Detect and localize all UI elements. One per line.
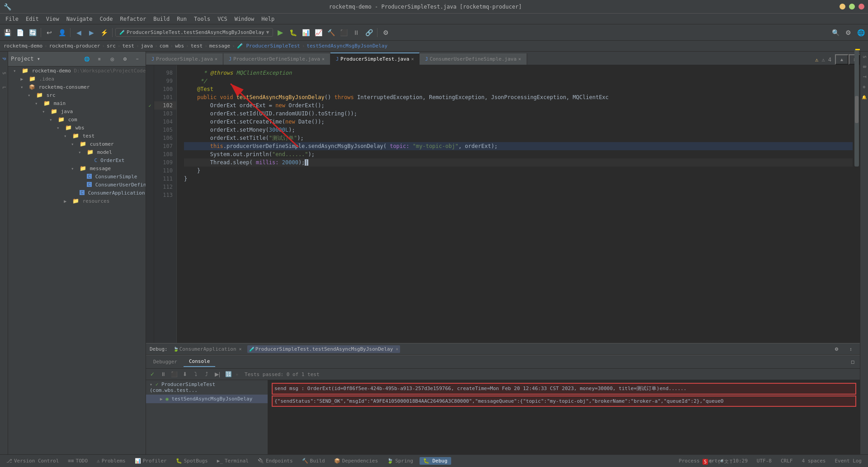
scrollbar-thumb[interactable] xyxy=(855,96,859,123)
menu-file[interactable]: File xyxy=(2,15,22,23)
stop-button[interactable]: ⬛ xyxy=(338,27,349,38)
debug-button[interactable]: 🐛 xyxy=(288,27,298,38)
status-todo[interactable]: ≡≡ TODO xyxy=(65,457,90,465)
tab-close-btn[interactable]: × xyxy=(411,57,414,62)
toggle-power-button[interactable]: ⚡ xyxy=(99,27,109,38)
dbg-stop-btn[interactable]: ⬛ xyxy=(170,370,179,379)
structure-icon[interactable]: S xyxy=(0,70,8,77)
bc-src[interactable]: src xyxy=(107,43,116,49)
console-tab[interactable]: Console xyxy=(184,357,215,367)
bc-wbs[interactable]: wbs xyxy=(175,43,184,49)
close-button[interactable]: × xyxy=(859,4,864,10)
minimize-button[interactable]: − xyxy=(840,4,845,10)
right-todo-icon[interactable]: T xyxy=(861,73,868,81)
tree-item-resources[interactable]: ▶ 📁 resources xyxy=(8,197,146,205)
debug-tree-producersimpletest[interactable]: ▾ ✓ ProducerSimpleTest (com.wbs.test... xyxy=(146,380,268,395)
tree-item-consumerapplication[interactable]: ▶ 🅲 ConsumerApplication xyxy=(8,189,146,197)
tree-item-consumersimple[interactable]: ▶ 🅲 ConsumerSimple xyxy=(8,172,146,181)
debug-tab-consumerapplication[interactable]: 🍃 ConsumerApplication × xyxy=(171,345,244,353)
translate-button[interactable]: 🌐 xyxy=(855,27,866,38)
learn-icon[interactable]: L xyxy=(0,84,8,91)
dbg-step-into-btn[interactable]: ⤵ xyxy=(191,370,200,379)
tree-item-customer[interactable]: ▾ 📁 customer xyxy=(8,140,146,148)
run-config-dropdown-icon[interactable]: ▼ xyxy=(266,29,269,35)
sync-button[interactable]: 🔄 xyxy=(27,27,38,38)
dbg-step-over-btn[interactable]: ⬇ xyxy=(180,370,189,379)
status-debug-active[interactable]: 🐛 Debug xyxy=(420,457,451,465)
menu-edit[interactable]: Edit xyxy=(22,15,42,23)
debug-tree-testmethod[interactable]: ▶ ◉ testSendAsyncMsgByJsonDelay xyxy=(146,395,268,403)
status-dependencies[interactable]: 📦 Dependencies xyxy=(331,457,381,465)
save-all-button[interactable]: 📄 xyxy=(14,27,25,38)
menu-tools[interactable]: Tools xyxy=(190,15,214,23)
build-button[interactable]: 🔨 xyxy=(326,27,336,38)
bc-test2[interactable]: test xyxy=(191,43,203,49)
add-to-vcs-button[interactable]: 👤 xyxy=(57,27,67,38)
right-structure-icon[interactable]: S xyxy=(861,53,868,61)
bc-test[interactable]: test xyxy=(122,43,134,49)
collapse-editor-button[interactable]: ▲ xyxy=(835,54,849,65)
run-button[interactable]: ▶ xyxy=(275,27,286,38)
coverage-button[interactable]: 📊 xyxy=(300,27,311,38)
tab-close-btn[interactable]: × xyxy=(215,57,217,62)
debug-consumer-close-btn[interactable]: × xyxy=(239,347,242,352)
tree-item-rocketmq-consumer[interactable]: ▾ 📦 rocketmq-consumer xyxy=(8,83,146,91)
code-scrollbar[interactable] xyxy=(854,65,859,167)
code-content[interactable]: * @throws MQClientException */ @Test pub… xyxy=(177,65,860,343)
profile-button[interactable]: 📈 xyxy=(313,27,324,38)
tree-item-wbs[interactable]: ▾ 📁 wbs xyxy=(8,124,146,132)
dbg-evaluate-btn[interactable]: 🔢 xyxy=(224,370,233,379)
project-collapse-button[interactable]: ≡ xyxy=(94,53,105,64)
status-endpoints[interactable]: 🔌 Endpoints xyxy=(255,457,296,465)
undo-button[interactable]: ↩ xyxy=(44,27,55,38)
status-lineSeparator[interactable]: CRLF xyxy=(778,457,796,465)
tab-consumeruserdefinesimple[interactable]: J ConsumerUserDefineSimple.java × xyxy=(420,53,527,65)
menu-navigate[interactable]: Navigate xyxy=(63,15,96,23)
bc-rocketmq-producer[interactable]: rocketmq-producer xyxy=(49,43,100,49)
run-config-selector[interactable]: 🧪 ProducerSimpleTest.testSendAsyncMsgByJ… xyxy=(115,28,273,37)
project-scroll-button[interactable]: ◎ xyxy=(107,53,118,64)
status-indent[interactable]: 4 spaces xyxy=(799,457,828,465)
tree-item-src[interactable]: ▾ 📁 src xyxy=(8,91,146,99)
debugger-tab[interactable]: Debugger xyxy=(148,357,183,367)
tree-item-idea[interactable]: ▶ 📁 .idea xyxy=(8,75,146,83)
tab-produceruserdefinesimple[interactable]: J ProducerUserDefineSimple.java × xyxy=(223,53,330,65)
tab-close-btn[interactable]: × xyxy=(519,57,521,62)
tree-item-consumeruserdefinesimple[interactable]: ▶ 🅲 ConsumerUserDefineSimple xyxy=(8,181,146,189)
tab-producersimpletest[interactable]: J ProducerSimpleTest.java × xyxy=(330,52,420,65)
menu-build[interactable]: Build xyxy=(150,15,173,23)
tab-producersimple[interactable]: J ProducerSimple.java × xyxy=(146,53,223,65)
debug-producer-close-btn[interactable]: × xyxy=(396,347,398,352)
dbg-run-to-cursor-btn[interactable]: ▶| xyxy=(213,370,222,379)
bc-java[interactable]: java xyxy=(141,43,153,49)
right-notifications-icon[interactable]: 🔔 xyxy=(861,93,868,100)
search-everywhere-button[interactable]: 🔍 xyxy=(830,27,841,38)
bc-rocketmq-demo[interactable]: rocketmq-demo xyxy=(4,43,42,49)
status-event-log[interactable]: Event Log xyxy=(832,457,864,465)
menu-vcs[interactable]: VCS xyxy=(214,15,231,23)
tree-item-java[interactable]: ▾ 📁 java xyxy=(8,107,146,115)
right-bookmark-icon[interactable]: B xyxy=(861,63,868,71)
titlebar-controls[interactable]: − □ × xyxy=(840,4,864,10)
tree-item-message[interactable]: ▾ 📁 message xyxy=(8,164,146,172)
project-icon[interactable]: P xyxy=(0,55,8,62)
menu-help[interactable]: Help xyxy=(258,15,278,23)
tree-item-model[interactable]: ▾ 📁 model xyxy=(8,148,146,156)
debug-tab-producersimpletest[interactable]: 🧪 ProducerSimpleTest.testSendAsyncMsgByJ… xyxy=(247,345,401,353)
bc-com[interactable]: com xyxy=(160,43,169,49)
dbg-resume-btn[interactable]: ✓ xyxy=(148,370,157,379)
debug-maximize-btn[interactable]: ↕ xyxy=(845,343,856,354)
status-terminal[interactable]: ▶_ Terminal xyxy=(214,457,251,465)
status-spotbugs[interactable]: 🐛 SpotBugs xyxy=(173,457,211,465)
dbg-pause-btn[interactable]: ⏸ xyxy=(159,370,168,379)
status-build[interactable]: 🔨 Build xyxy=(299,457,328,465)
ide-settings-button[interactable]: ⚙ xyxy=(843,27,854,38)
status-encoding[interactable]: UTF-8 xyxy=(754,457,774,465)
menu-view[interactable]: View xyxy=(42,15,63,23)
debug-settings-btn[interactable]: ⚙ xyxy=(831,343,842,354)
tab-close-btn[interactable]: × xyxy=(322,57,325,62)
bc-method[interactable]: testSendAsyncMsgByJsonDelay xyxy=(307,43,387,49)
project-gear-button[interactable]: ⚙ xyxy=(119,53,130,64)
tree-item-com[interactable]: ▾ 📁 com xyxy=(8,115,146,124)
bc-message[interactable]: message xyxy=(209,43,230,49)
